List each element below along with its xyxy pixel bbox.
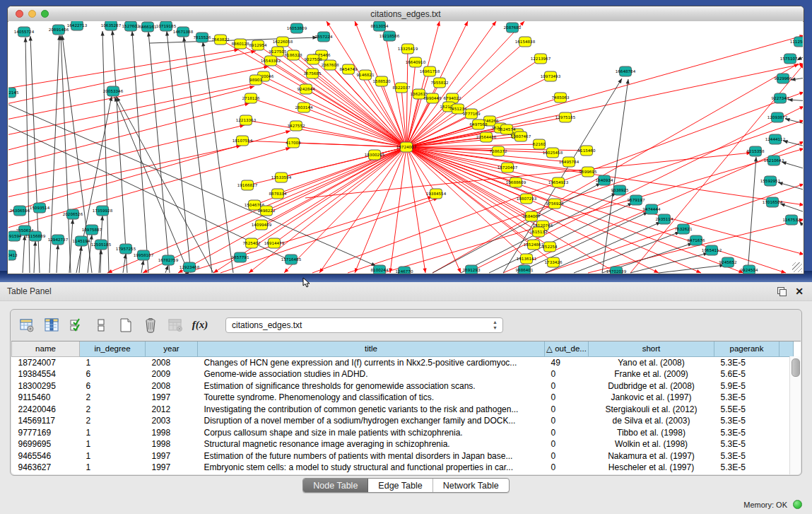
graph-node[interactable]: 17359928 (93, 206, 113, 216)
close-panel-icon[interactable]: ✕ (795, 286, 804, 296)
graph-node[interactable]: 19958107 (134, 250, 154, 260)
table-row[interactable]: 1830029562008Estimation of significance … (12, 380, 794, 392)
function-builder-icon[interactable]: f(x) (191, 316, 209, 334)
graph-node[interactable]: 391594 (8, 231, 22, 241)
graph-node[interactable]: 8471676 (688, 235, 705, 245)
table-row[interactable]: 969969511998Structural magnetic resonanc… (12, 438, 794, 450)
graph-node[interactable]: 7625402 (243, 238, 261, 248)
graph-node[interactable]: 9474444 (643, 204, 661, 214)
graph-node[interactable]: 7386372 (490, 146, 507, 156)
graph-node[interactable]: 19654923 (548, 177, 569, 187)
graph-node[interactable]: 19166827 (237, 180, 258, 190)
graph-node[interactable]: 7691293 (463, 265, 481, 274)
graph-node[interactable]: 1527602 (122, 21, 140, 31)
column-header-pagerank[interactable]: pagerank (714, 341, 779, 356)
column-header-short[interactable]: short (589, 341, 714, 356)
graph-node[interactable]: 12444112 (765, 134, 785, 144)
float-panel-icon[interactable] (777, 287, 787, 296)
graph-node[interactable]: 13325419 (398, 44, 418, 54)
graph-node[interactable]: 14099489 (252, 220, 272, 230)
table-row[interactable]: 911546021997Tourette syndrome. Phenomeno… (12, 392, 794, 404)
graph-node[interactable]: 1588520 (373, 76, 391, 86)
graph-node[interactable]: 20053346 (103, 86, 124, 96)
graph-node[interactable]: 20206526 (63, 209, 83, 219)
graph-node[interactable]: 9777169 (463, 109, 481, 119)
graph-node[interactable]: 8860128 (232, 39, 249, 49)
graph-node[interactable]: 6466161 (139, 22, 157, 32)
table-row[interactable]: 977716911998Corpus callosum shape and si… (12, 427, 794, 439)
graph-node[interactable]: 17957255 (116, 244, 136, 254)
minimize-window-button[interactable] (28, 10, 36, 18)
network-canvas-container[interactable]: 1872400714055724208914061642271310635287… (8, 21, 803, 274)
network-view-window[interactable]: citations_edges.txt 18724007140557242089… (7, 6, 804, 274)
graph-node[interactable]: 14671388 (173, 27, 194, 37)
graph-node[interactable]: 14055724 (14, 27, 35, 37)
graph-node[interactable]: 18107554 (233, 136, 253, 146)
new-column-icon[interactable] (117, 316, 135, 334)
table-row[interactable]: 2242004622012Investigating the contribut… (12, 404, 794, 416)
graph-node[interactable]: 7663822 (212, 35, 230, 45)
delete-column-icon[interactable] (141, 316, 160, 334)
graph-node[interactable]: 12213967 (531, 54, 551, 64)
zoom-window-button[interactable] (41, 10, 49, 18)
graph-node[interactable]: 15093514 (30, 203, 50, 213)
close-window-button[interactable] (16, 10, 23, 18)
graph-node[interactable]: 16961758 (420, 66, 440, 76)
graph-node[interactable]: 8878334 (269, 189, 287, 199)
tab-edge-table[interactable]: Edge Table (368, 479, 433, 492)
graph-node[interactable]: 15716485 (281, 255, 302, 264)
graph-node[interactable]: 13533594 (271, 173, 292, 182)
graph-node[interactable]: 8215358 (747, 146, 765, 156)
graph-node[interactable]: 9115460 (578, 146, 596, 156)
graph-node[interactable]: 1733426 (545, 257, 563, 267)
graph-node[interactable]: 16210643 (764, 156, 784, 165)
graph-node[interactable]: 10975887 (82, 225, 102, 235)
graph-node[interactable]: 2087682 (504, 23, 522, 33)
column-header-name[interactable]: name (12, 341, 80, 356)
graph-node[interactable]: 16422713 (67, 21, 88, 30)
graph-node[interactable]: 9498222 (258, 206, 276, 216)
table-row[interactable]: 1872400712008Changes of HCN gene express… (12, 356, 794, 368)
table-row[interactable]: 946362711997Embryonic stem cells: a mode… (12, 462, 794, 474)
column-header-year[interactable]: year (146, 341, 198, 356)
graph-node[interactable]: 16154838 (515, 37, 536, 47)
graph-node[interactable]: 16720407 (498, 163, 518, 173)
network-canvas[interactable]: 1872400714055724208914061642271310635287… (8, 21, 803, 274)
graph-node[interactable]: 9756928 (546, 199, 564, 209)
graph-node[interactable]: 19218586 (379, 31, 400, 41)
graph-node[interactable]: 20891406 (49, 25, 69, 35)
graph-node[interactable]: 7857224 (315, 32, 333, 42)
graph-node[interactable]: 9679197 (628, 195, 645, 205)
graph-node[interactable]: 3427552 (288, 121, 305, 131)
graph-node[interactable]: 15592951 (760, 176, 781, 186)
graph-node[interactable]: 16648784 (616, 66, 636, 76)
scrollbar-thumb[interactable] (792, 358, 800, 377)
graph-node[interactable]: 9329966 (775, 74, 792, 83)
graph-node[interactable]: 11125432 (790, 37, 803, 47)
graph-node[interactable]: 9338925 (611, 185, 629, 195)
table-select-dropdown[interactable]: citations_edges.txt ▲▼ (225, 317, 503, 333)
window-resize-grip[interactable] (792, 262, 802, 272)
graph-node[interactable]: 2935114 (656, 214, 673, 224)
graph-node[interactable]: 9924504 (741, 265, 758, 274)
graph-node[interactable]: 252254 (542, 242, 558, 252)
column-header-in_degree[interactable]: in_degree (80, 341, 146, 356)
graph-node[interactable]: 26306596 (10, 206, 30, 216)
column-header-title[interactable]: title (198, 341, 545, 356)
graph-node[interactable]: 17016504 (763, 197, 783, 207)
table-row[interactable]: 1938455462009Genome-wide association stu… (12, 368, 794, 380)
graph-node[interactable]: 18495784 (559, 157, 579, 167)
table-row[interactable]: 1456911722003Disruption of a novel membe… (12, 415, 794, 427)
show-columns-icon[interactable] (42, 316, 61, 334)
graph-node[interactable]: 7955812 (431, 78, 449, 88)
graph-node[interactable]: 14136141 (517, 254, 537, 264)
graph-node[interactable]: 1692145 (8, 88, 19, 98)
graph-node[interactable]: 8322037 (393, 83, 411, 93)
graph-node[interactable]: 16640910 (406, 57, 426, 67)
graph-node[interactable]: 98901 (249, 75, 262, 85)
graph-node[interactable]: 8813054 (371, 21, 389, 31)
tab-node-table[interactable]: Node Table (303, 479, 368, 492)
graph-node[interactable]: 1615132 (530, 227, 548, 237)
graph-node[interactable]: 9245652 (719, 257, 737, 267)
graph-node[interactable]: 2718126 (242, 93, 260, 103)
